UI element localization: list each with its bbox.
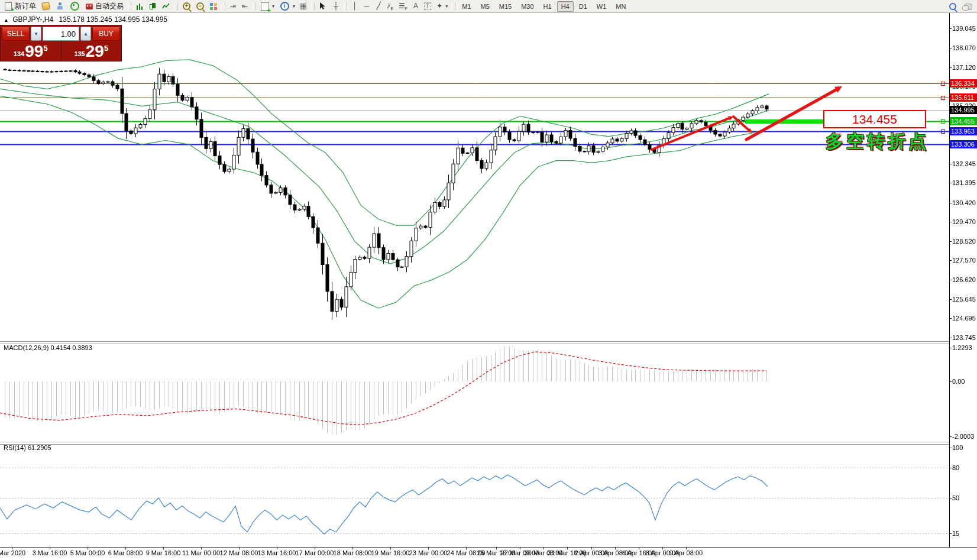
- timeframe-button-h1[interactable]: H1: [539, 1, 556, 12]
- periods-button[interactable]: ▾: [277, 1, 297, 12]
- new-order-label: 新订单: [15, 1, 36, 11]
- time-axis-label: Mar 2020: [0, 549, 25, 556]
- toolbar-grip: [344, 2, 347, 11]
- text-button[interactable]: A: [410, 1, 422, 12]
- volume-decrease-button[interactable]: ▼: [31, 27, 41, 41]
- templates-icon: ▦: [300, 2, 307, 11]
- line-chart-button[interactable]: [159, 1, 173, 12]
- arrows-button[interactable]: ✦▾: [433, 1, 450, 12]
- chart-shift-icon: ⇤: [241, 2, 248, 11]
- horizontal-line-icon: ─: [363, 2, 370, 11]
- timeframe-button-w1[interactable]: W1: [593, 1, 611, 12]
- time-axis-label: 18 Mar 08:00: [334, 549, 372, 556]
- search-icon[interactable]: [949, 3, 956, 10]
- fibonacci-button[interactable]: ☰F: [396, 1, 410, 12]
- timeframe-button-m15[interactable]: M15: [495, 1, 516, 12]
- price-annotation-box[interactable]: 134.455: [823, 110, 926, 128]
- toolbar-grip: [452, 2, 455, 11]
- volume-input[interactable]: 1.00: [43, 27, 79, 41]
- cursor-button[interactable]: [316, 1, 330, 12]
- crosshair-button[interactable]: ┼: [330, 1, 342, 12]
- bar-chart-button[interactable]: [133, 1, 146, 12]
- zoom-in-button[interactable]: +: [180, 1, 193, 12]
- time-axis-label: 6 Mar 08:00: [108, 549, 143, 556]
- chat-icon[interactable]: [964, 4, 972, 10]
- time-axis-label: 9 Apr 08:00: [669, 549, 703, 556]
- price-tag-134.995: 134.995: [950, 106, 977, 114]
- rsi-axis-label: 15: [952, 530, 959, 537]
- timeframe-button-d1[interactable]: D1: [575, 1, 591, 12]
- timeframe-button-m5[interactable]: M5: [476, 1, 493, 12]
- tile-windows-button[interactable]: [207, 1, 220, 12]
- label-icon: T: [424, 2, 431, 10]
- chart-shift-button[interactable]: ⇤: [239, 1, 251, 12]
- candlestick-chart-icon: [149, 2, 156, 10]
- new-order-button[interactable]: 新订单: [1, 1, 38, 12]
- macd-indicator-label: MACD(12,26,9) 0.4154 0.3893: [4, 344, 92, 351]
- macd-axis-label: -2.0003: [952, 433, 974, 440]
- new-order-icon: [5, 2, 12, 11]
- trendline-button[interactable]: ╱: [373, 1, 384, 12]
- auto-scroll-icon: ⇥: [229, 2, 237, 11]
- signals-icon: [70, 2, 79, 11]
- price-axis-label: 139.045: [952, 25, 976, 32]
- indicators-icon: [261, 2, 269, 11]
- templates-button[interactable]: ▦: [297, 1, 309, 12]
- price-tag-133.963: 133.963: [950, 127, 977, 135]
- horizontal-line-button[interactable]: ─: [361, 1, 373, 12]
- label-button[interactable]: T: [422, 1, 433, 12]
- time-axis-label: 19 Mar 16:00: [371, 549, 410, 556]
- timeframe-button-h4[interactable]: H4: [557, 1, 574, 12]
- tile-windows-icon: [210, 3, 217, 10]
- time-axis-label: 5 Mar 00:00: [70, 549, 105, 556]
- vertical-line-button[interactable]: │: [349, 1, 361, 12]
- timeframe-button-m30[interactable]: M30: [517, 1, 538, 12]
- auto-trading-icon: [86, 4, 93, 9]
- timeframe-button-m1[interactable]: M1: [458, 1, 475, 12]
- timeframe-button-mn[interactable]: MN: [612, 1, 630, 12]
- collapse-arrow-icon[interactable]: ▲: [4, 17, 9, 23]
- equidistant-channel-button[interactable]: ⫽E: [384, 1, 396, 12]
- time-axis-label: 9 Mar 16:00: [146, 549, 181, 556]
- indicators-button[interactable]: ▾: [258, 1, 277, 12]
- volume-increase-button[interactable]: ▲: [80, 27, 91, 41]
- buy-price-display[interactable]: 135295: [62, 41, 122, 61]
- rsi-indicator-label: RSI(14) 61.2905: [4, 444, 51, 451]
- dropdown-caret-icon: ▾: [272, 4, 274, 9]
- time-axis-label: 12 Mar 08:00: [220, 549, 258, 556]
- macd-panel-splitter[interactable]: [0, 341, 949, 344]
- dropdown-caret-icon: ▾: [293, 4, 295, 9]
- trendline-icon: ╱: [375, 2, 382, 11]
- turning-point-annotation[interactable]: 多空转折点: [826, 130, 929, 154]
- buy-button[interactable]: BUY: [92, 27, 120, 41]
- price-tag-135.611: 135.611: [950, 93, 977, 102]
- candlestick-chart-button[interactable]: [146, 1, 159, 12]
- toolbar-grip: [311, 2, 315, 11]
- equidistant-channel-icon: ⫽E: [387, 2, 394, 11]
- sell-price-prefix: 134: [14, 50, 24, 57]
- market-watch-button[interactable]: [38, 1, 53, 12]
- sell-button[interactable]: SELL: [2, 27, 30, 41]
- price-axis-label: 123.745: [952, 334, 976, 341]
- rsi-axis-label: 80: [952, 464, 959, 471]
- toolbar-grip: [222, 2, 225, 11]
- time-axis-label: 17 Mar 00:00: [296, 549, 334, 556]
- symbol-name: GBPJPY-,H4: [12, 15, 53, 24]
- chart-canvas[interactable]: [0, 0, 977, 560]
- price-axis-label: 132.345: [952, 160, 976, 167]
- sell-price-display[interactable]: 134995: [1, 41, 62, 61]
- data-window-button[interactable]: [53, 1, 67, 12]
- price-axis-label: 138.070: [952, 44, 976, 51]
- bar-chart-icon: [136, 3, 143, 10]
- signals-button[interactable]: [67, 1, 83, 12]
- macd-axis-label: 1.2293: [952, 344, 972, 351]
- rsi-panel-splitter[interactable]: [0, 442, 949, 445]
- auto-trading-label: 自动交易: [95, 1, 124, 11]
- auto-scroll-button[interactable]: ⇥: [227, 1, 239, 12]
- auto-trading-button[interactable]: 自动交易: [83, 1, 126, 12]
- price-axis-label: 126.620: [952, 276, 976, 283]
- vertical-line-icon: │: [351, 2, 358, 11]
- market-watch-icon: [41, 2, 50, 11]
- time-axis-label: 11 Mar 00:00: [182, 549, 220, 556]
- zoom-out-button[interactable]: −: [193, 1, 207, 12]
